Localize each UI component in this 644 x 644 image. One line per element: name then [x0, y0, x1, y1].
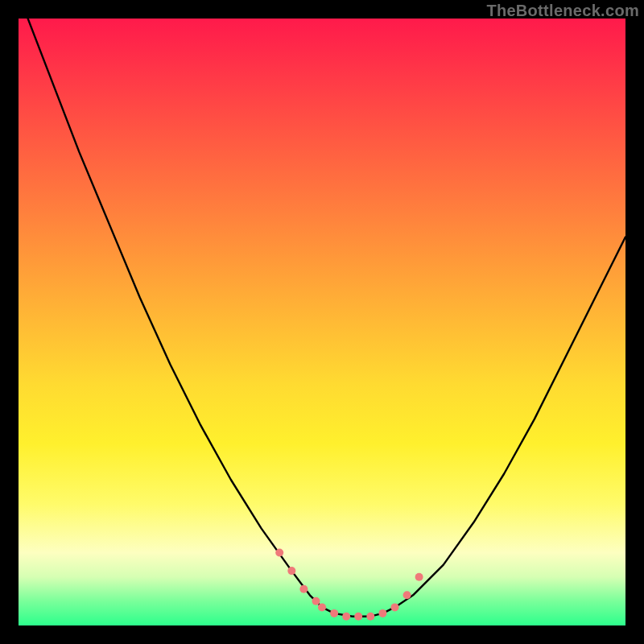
marker-point [330, 609, 338, 617]
marker-point [378, 609, 386, 617]
marker-point [366, 613, 374, 621]
chart-svg [19, 19, 625, 625]
curve-path [19, 19, 625, 617]
marker-point [287, 567, 295, 575]
marker-point [354, 613, 362, 621]
marker-point [403, 591, 411, 599]
marker-point [299, 585, 308, 593]
curve-line [19, 19, 625, 617]
highlight-markers [275, 549, 423, 621]
marker-point [275, 549, 283, 557]
marker-point [312, 597, 320, 605]
chart-frame: { "watermark": "TheBottleneck.com", "cha… [0, 0, 644, 644]
marker-point [391, 603, 399, 611]
marker-point [318, 603, 326, 611]
plot-area [19, 19, 625, 625]
marker-point [415, 573, 423, 581]
watermark-text: TheBottleneck.com [486, 2, 639, 20]
marker-point [342, 613, 350, 621]
